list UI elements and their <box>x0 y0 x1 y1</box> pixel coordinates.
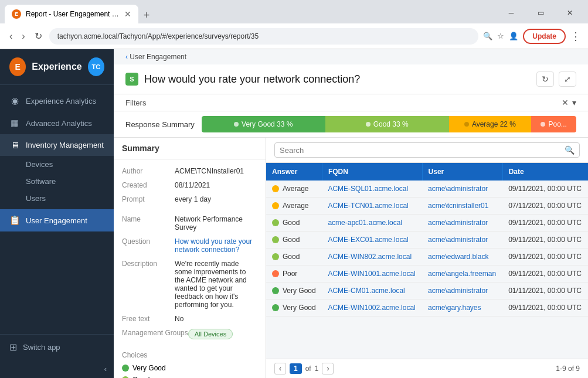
choices-key: Choices <box>122 351 175 359</box>
close-filter-button[interactable]: ✕ <box>562 98 569 107</box>
summary-row-question: Question How would you rate your network… <box>114 234 266 257</box>
col-fqdn[interactable]: FQDN <box>322 163 422 181</box>
fqdn-link[interactable]: acme-apc01.acme.local <box>328 219 402 227</box>
experience-analytics-icon: ◉ <box>9 96 20 106</box>
user-link[interactable]: acme\administrator <box>428 287 488 295</box>
user-avatar[interactable]: TC <box>88 57 104 76</box>
user-engagement-icon: 📋 <box>9 215 20 226</box>
fqdn-link[interactable]: ACME-WIN1001.acme.local <box>328 270 415 278</box>
fqdn-cell: ACME-WIN802.acme.local <box>322 248 422 265</box>
expand-button[interactable]: ⤢ <box>559 71 576 87</box>
next-page-button[interactable]: › <box>322 363 334 374</box>
page-of-label: of <box>305 365 311 373</box>
question-title: S How would you rate your network connec… <box>125 73 360 86</box>
filter-actions: ✕ ▾ <box>562 98 576 107</box>
name-key: Name <box>122 215 175 231</box>
answer-dot <box>272 219 279 226</box>
description-val: We're recently made some improvements to… <box>175 260 257 309</box>
refresh-button[interactable]: ↻ <box>32 28 45 44</box>
new-tab-button[interactable]: + <box>138 7 155 23</box>
user-link[interactable]: acme\angela.freeman <box>428 270 496 278</box>
sidebar-label-software: Software <box>26 177 56 186</box>
fqdn-link[interactable]: ACME-SQL01.acme.local <box>328 185 408 193</box>
search-input[interactable] <box>280 146 565 155</box>
fqdn-link[interactable]: ACME-TCN01.acme.local <box>328 202 408 210</box>
response-bar: Response Summary Very Good 33 % Good 33 … <box>114 111 588 138</box>
author-val: ACME\TCNInstaller01 <box>175 167 257 175</box>
minimize-button[interactable]: ─ <box>498 5 525 21</box>
sidebar-label-experience-analytics: Experience Analytics <box>26 97 96 105</box>
fqdn-cell: ACME-CM01.acme.local <box>322 282 422 299</box>
user-link[interactable]: acme\edward.black <box>428 253 488 261</box>
col-date[interactable]: Date <box>502 163 588 181</box>
sidebar-item-user-engagement[interactable]: 📋 User Engagement <box>0 209 114 231</box>
date-cell: 09/11/2021, 00:00 UTC <box>502 299 588 316</box>
sidebar-item-inventory-management[interactable]: 🖥 Inventory Management <box>0 134 114 156</box>
table-row: Average ACME-SQL01.acme.local acme\admin… <box>266 181 588 197</box>
table-row: Very Good ACME-CM01.acme.local acme\admi… <box>266 282 588 299</box>
close-button[interactable]: ✕ <box>556 5 583 21</box>
forward-button[interactable]: › <box>19 29 27 44</box>
refresh-question-button[interactable]: ↻ <box>536 71 554 87</box>
user-link[interactable]: acme\administrator <box>428 219 488 227</box>
good-label: Good 33 % <box>373 120 409 128</box>
breadcrumb[interactable]: ‹ User Engagement <box>114 49 588 64</box>
filter-menu-button[interactable]: ▾ <box>572 98 576 107</box>
current-page: 1 <box>290 363 302 374</box>
user-link[interactable]: acme\gary.hayes <box>428 304 481 312</box>
col-user[interactable]: User <box>422 163 502 181</box>
response-segments: Very Good 33 % Good 33 % Average 22 % Po… <box>202 116 576 132</box>
bookmark-icon[interactable]: ☆ <box>497 32 504 40</box>
back-button[interactable]: ‹ <box>7 29 15 44</box>
maximize-button[interactable]: ▭ <box>527 5 554 21</box>
search-address-icon[interactable]: 🔍 <box>483 32 492 40</box>
segment-good[interactable]: Good 33 % <box>325 116 449 132</box>
answer-dot <box>272 270 279 277</box>
segment-poor[interactable]: Poo... <box>531 116 576 132</box>
prompt-key: Prompt <box>122 195 175 203</box>
all-devices-tag[interactable]: All Devices <box>188 329 233 339</box>
answer-cell: Good <box>266 248 322 265</box>
browser-tab[interactable]: E Report - User Engagement - Exp... ✕ <box>5 5 138 23</box>
sidebar-item-advanced-analytics[interactable]: ▦ Advanced Analytics <box>0 112 114 134</box>
summary-row-created: Created 08/11/2021 <box>114 178 266 192</box>
sidebar-label-inventory-management: Inventory Management <box>26 141 104 149</box>
col-answer[interactable]: Answer <box>266 163 322 181</box>
user-link[interactable]: acme\administrator <box>428 236 488 244</box>
total-pages: 1 <box>315 365 319 373</box>
user-link[interactable]: acme\administrator <box>428 185 488 193</box>
question-val: How would you rate your network connecti… <box>175 237 257 254</box>
fqdn-link[interactable]: ACME-EXC01.acme.local <box>328 236 408 244</box>
profile-icon[interactable]: 👤 <box>509 32 518 40</box>
prev-page-button[interactable]: ‹ <box>274 363 286 374</box>
answer-dot <box>272 236 279 243</box>
choice-good: Good <box>114 374 266 378</box>
sidebar-subitem-users[interactable]: Users <box>0 190 114 207</box>
menu-icon[interactable]: ⋮ <box>570 30 581 43</box>
sidebar-subitem-software[interactable]: Software <box>0 173 114 190</box>
url-input[interactable] <box>49 28 479 45</box>
segment-average[interactable]: Average 22 % <box>449 116 532 132</box>
sidebar-collapse-button[interactable]: ‹ <box>0 360 114 378</box>
user-cell: acme\administrator <box>422 181 502 197</box>
search-icon[interactable]: 🔍 <box>565 145 575 155</box>
pagination: ‹ 1 of 1 › 1-9 of 9 <box>266 359 588 378</box>
user-cell: acme\administrator <box>422 282 502 299</box>
user-link[interactable]: acme\tcninstaller01 <box>428 202 488 210</box>
fqdn-link[interactable]: ACME-WIN1002.acme.local <box>328 304 415 312</box>
fqdn-link[interactable]: ACME-CM01.acme.local <box>328 287 405 295</box>
sidebar-header: E Experience TC <box>0 49 114 85</box>
tab-close-icon[interactable]: ✕ <box>124 9 131 19</box>
sidebar-item-experience-analytics[interactable]: ◉ Experience Analytics <box>0 90 114 112</box>
summary-panel: Summary Author ACME\TCNInstaller01 Creat… <box>114 138 266 378</box>
search-input-wrap[interactable]: 🔍 <box>274 142 580 158</box>
segment-very-good[interactable]: Very Good 33 % <box>202 116 325 132</box>
switch-app-button[interactable]: ⊞ Switch app <box>0 334 114 360</box>
response-summary-label: Response Summary <box>125 120 195 129</box>
update-button[interactable]: Update <box>523 29 566 44</box>
answer-dot <box>272 253 279 260</box>
fqdn-link[interactable]: ACME-WIN802.acme.local <box>328 253 412 261</box>
sidebar-subitem-devices[interactable]: Devices <box>0 156 114 173</box>
date-cell: 09/11/2021, 00:00 UTC <box>502 214 588 231</box>
date-cell: 09/11/2021, 00:00 UTC <box>502 231 588 248</box>
